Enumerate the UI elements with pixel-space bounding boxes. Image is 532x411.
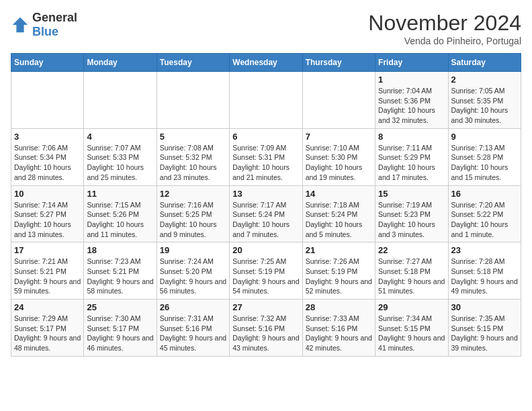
calendar-cell xyxy=(302,72,375,129)
calendar-cell: 9Sunrise: 7:13 AMSunset: 5:28 PMDaylight… xyxy=(448,128,521,185)
calendar-week-5: 24Sunrise: 7:29 AMSunset: 5:17 PMDayligh… xyxy=(11,300,521,357)
calendar-cell: 27Sunrise: 7:32 AMSunset: 5:16 PMDayligh… xyxy=(230,300,302,357)
day-number: 7 xyxy=(306,132,372,142)
day-info: Sunrise: 7:35 AMSunset: 5:15 PMDaylight:… xyxy=(451,314,518,353)
calendar-cell: 30Sunrise: 7:35 AMSunset: 5:15 PMDayligh… xyxy=(448,300,521,357)
calendar-cell: 28Sunrise: 7:33 AMSunset: 5:16 PMDayligh… xyxy=(302,300,375,357)
day-info: Sunrise: 7:33 AMSunset: 5:16 PMDaylight:… xyxy=(306,314,372,353)
day-info: Sunrise: 7:08 AMSunset: 5:32 PMDaylight:… xyxy=(160,143,226,183)
day-info: Sunrise: 7:28 AMSunset: 5:18 PMDaylight:… xyxy=(451,257,518,296)
day-info: Sunrise: 7:10 AMSunset: 5:30 PMDaylight:… xyxy=(306,143,372,183)
day-info: Sunrise: 7:14 AMSunset: 5:27 PMDaylight:… xyxy=(14,200,81,240)
calendar-cell: 3Sunrise: 7:06 AMSunset: 5:34 PMDaylight… xyxy=(11,128,84,185)
day-number: 4 xyxy=(87,132,153,142)
day-number: 29 xyxy=(378,302,445,312)
day-info: Sunrise: 7:21 AMSunset: 5:21 PMDaylight:… xyxy=(14,257,81,296)
day-number: 11 xyxy=(87,189,153,199)
calendar-cell: 15Sunrise: 7:19 AMSunset: 5:23 PMDayligh… xyxy=(375,185,448,242)
day-info: Sunrise: 7:15 AMSunset: 5:26 PMDaylight:… xyxy=(87,200,153,240)
day-number: 27 xyxy=(232,302,299,312)
day-number: 1 xyxy=(378,75,445,85)
calendar-cell: 2Sunrise: 7:05 AMSunset: 5:35 PMDaylight… xyxy=(448,72,521,129)
day-info: Sunrise: 7:29 AMSunset: 5:17 PMDaylight:… xyxy=(14,314,81,353)
day-info: Sunrise: 7:07 AMSunset: 5:33 PMDaylight:… xyxy=(87,143,153,183)
day-info: Sunrise: 7:09 AMSunset: 5:31 PMDaylight:… xyxy=(232,143,299,183)
logo-blue-text: Blue xyxy=(32,25,58,38)
title-block: November 2024 Venda do Pinheiro, Portuga… xyxy=(368,11,521,46)
location-subtitle: Venda do Pinheiro, Portugal xyxy=(368,36,521,46)
day-number: 5 xyxy=(160,132,226,142)
calendar-header: SundayMondayTuesdayWednesdayThursdayFrid… xyxy=(11,54,521,72)
calendar-cell: 22Sunrise: 7:27 AMSunset: 5:18 PMDayligh… xyxy=(375,242,448,300)
day-info: Sunrise: 7:18 AMSunset: 5:24 PMDaylight:… xyxy=(306,200,372,240)
day-number: 23 xyxy=(451,245,518,255)
calendar-cell: 26Sunrise: 7:31 AMSunset: 5:16 PMDayligh… xyxy=(157,300,229,357)
logo: General Blue xyxy=(11,11,77,39)
day-info: Sunrise: 7:23 AMSunset: 5:21 PMDaylight:… xyxy=(87,257,153,296)
day-number: 20 xyxy=(232,245,299,255)
header-cell-wednesday: Wednesday xyxy=(230,54,302,72)
calendar-cell: 1Sunrise: 7:04 AMSunset: 5:36 PMDaylight… xyxy=(375,72,448,129)
day-number: 19 xyxy=(160,245,226,255)
calendar-week-4: 17Sunrise: 7:21 AMSunset: 5:21 PMDayligh… xyxy=(11,242,521,300)
calendar-cell: 18Sunrise: 7:23 AMSunset: 5:21 PMDayligh… xyxy=(84,242,157,300)
day-number: 9 xyxy=(451,132,518,142)
calendar-cell xyxy=(11,72,84,129)
day-info: Sunrise: 7:17 AMSunset: 5:24 PMDaylight:… xyxy=(232,200,299,240)
logo-general-text: General xyxy=(32,11,77,24)
calendar-cell xyxy=(230,72,302,129)
day-number: 21 xyxy=(306,245,372,255)
day-number: 10 xyxy=(14,189,81,199)
calendar-cell: 23Sunrise: 7:28 AMSunset: 5:18 PMDayligh… xyxy=(448,242,521,300)
calendar-body: 1Sunrise: 7:04 AMSunset: 5:36 PMDaylight… xyxy=(11,72,521,357)
day-info: Sunrise: 7:19 AMSunset: 5:23 PMDaylight:… xyxy=(378,200,445,240)
calendar-table: SundayMondayTuesdayWednesdayThursdayFrid… xyxy=(11,53,521,357)
header-cell-monday: Monday xyxy=(84,54,157,72)
calendar-cell: 8Sunrise: 7:11 AMSunset: 5:29 PMDaylight… xyxy=(375,128,448,185)
calendar-cell: 24Sunrise: 7:29 AMSunset: 5:17 PMDayligh… xyxy=(11,300,84,357)
day-info: Sunrise: 7:06 AMSunset: 5:34 PMDaylight:… xyxy=(14,143,81,183)
header-cell-tuesday: Tuesday xyxy=(157,54,229,72)
calendar-cell: 12Sunrise: 7:16 AMSunset: 5:25 PMDayligh… xyxy=(157,185,229,242)
header-cell-friday: Friday xyxy=(375,54,448,72)
day-number: 26 xyxy=(160,302,226,312)
day-info: Sunrise: 7:16 AMSunset: 5:25 PMDaylight:… xyxy=(160,200,226,240)
day-info: Sunrise: 7:34 AMSunset: 5:15 PMDaylight:… xyxy=(378,314,445,353)
calendar-cell: 7Sunrise: 7:10 AMSunset: 5:30 PMDaylight… xyxy=(302,128,375,185)
calendar-cell: 17Sunrise: 7:21 AMSunset: 5:21 PMDayligh… xyxy=(11,242,84,300)
day-number: 17 xyxy=(14,245,81,255)
calendar-cell: 14Sunrise: 7:18 AMSunset: 5:24 PMDayligh… xyxy=(302,185,375,242)
month-title: November 2024 xyxy=(368,11,521,36)
day-info: Sunrise: 7:11 AMSunset: 5:29 PMDaylight:… xyxy=(378,143,445,183)
day-number: 13 xyxy=(232,189,299,199)
calendar-cell: 19Sunrise: 7:24 AMSunset: 5:20 PMDayligh… xyxy=(157,242,229,300)
day-info: Sunrise: 7:04 AMSunset: 5:36 PMDaylight:… xyxy=(378,86,445,126)
calendar-cell: 21Sunrise: 7:26 AMSunset: 5:19 PMDayligh… xyxy=(302,242,375,300)
header-cell-saturday: Saturday xyxy=(448,54,521,72)
calendar-week-3: 10Sunrise: 7:14 AMSunset: 5:27 PMDayligh… xyxy=(11,185,521,242)
day-number: 24 xyxy=(14,302,81,312)
calendar-cell: 20Sunrise: 7:25 AMSunset: 5:19 PMDayligh… xyxy=(230,242,302,300)
calendar-cell: 5Sunrise: 7:08 AMSunset: 5:32 PMDaylight… xyxy=(157,128,229,185)
calendar-cell: 10Sunrise: 7:14 AMSunset: 5:27 PMDayligh… xyxy=(11,185,84,242)
day-info: Sunrise: 7:26 AMSunset: 5:19 PMDaylight:… xyxy=(306,257,372,296)
day-number: 22 xyxy=(378,245,445,255)
calendar-cell xyxy=(84,72,157,129)
day-info: Sunrise: 7:25 AMSunset: 5:19 PMDaylight:… xyxy=(232,257,299,296)
calendar-cell: 4Sunrise: 7:07 AMSunset: 5:33 PMDaylight… xyxy=(84,128,157,185)
calendar-cell: 11Sunrise: 7:15 AMSunset: 5:26 PMDayligh… xyxy=(84,185,157,242)
day-number: 6 xyxy=(232,132,299,142)
day-number: 15 xyxy=(378,189,445,199)
day-info: Sunrise: 7:32 AMSunset: 5:16 PMDaylight:… xyxy=(232,314,299,353)
day-info: Sunrise: 7:30 AMSunset: 5:17 PMDaylight:… xyxy=(87,314,153,353)
calendar-cell: 13Sunrise: 7:17 AMSunset: 5:24 PMDayligh… xyxy=(230,185,302,242)
day-number: 16 xyxy=(451,189,518,199)
day-info: Sunrise: 7:05 AMSunset: 5:35 PMDaylight:… xyxy=(451,86,518,126)
page-header: General Blue November 2024 Venda do Pinh… xyxy=(11,11,521,46)
day-number: 2 xyxy=(451,75,518,85)
calendar-cell: 6Sunrise: 7:09 AMSunset: 5:31 PMDaylight… xyxy=(230,128,302,185)
day-number: 12 xyxy=(160,189,226,199)
day-number: 28 xyxy=(306,302,372,312)
calendar-week-2: 3Sunrise: 7:06 AMSunset: 5:34 PMDaylight… xyxy=(11,128,521,185)
day-info: Sunrise: 7:31 AMSunset: 5:16 PMDaylight:… xyxy=(160,314,226,353)
